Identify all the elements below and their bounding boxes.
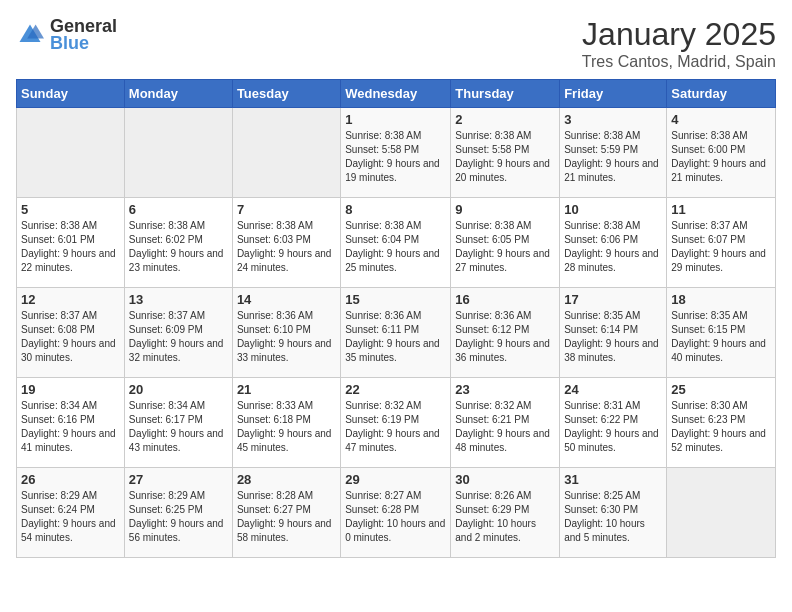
day-number: 19 — [21, 382, 120, 397]
table-row: 30Sunrise: 8:26 AMSunset: 6:29 PMDayligh… — [451, 468, 560, 558]
table-row: 20Sunrise: 8:34 AMSunset: 6:17 PMDayligh… — [124, 378, 232, 468]
table-row: 24Sunrise: 8:31 AMSunset: 6:22 PMDayligh… — [560, 378, 667, 468]
table-row: 10Sunrise: 8:38 AMSunset: 6:06 PMDayligh… — [560, 198, 667, 288]
calendar-week-row: 26Sunrise: 8:29 AMSunset: 6:24 PMDayligh… — [17, 468, 776, 558]
day-number: 17 — [564, 292, 662, 307]
day-info: Sunrise: 8:34 AMSunset: 6:16 PMDaylight:… — [21, 399, 120, 455]
day-number: 25 — [671, 382, 771, 397]
table-row: 13Sunrise: 8:37 AMSunset: 6:09 PMDayligh… — [124, 288, 232, 378]
header-monday: Monday — [124, 80, 232, 108]
table-row: 23Sunrise: 8:32 AMSunset: 6:21 PMDayligh… — [451, 378, 560, 468]
logo-icon — [16, 21, 44, 49]
calendar-week-row: 5Sunrise: 8:38 AMSunset: 6:01 PMDaylight… — [17, 198, 776, 288]
table-row: 3Sunrise: 8:38 AMSunset: 5:59 PMDaylight… — [560, 108, 667, 198]
table-row: 7Sunrise: 8:38 AMSunset: 6:03 PMDaylight… — [232, 198, 340, 288]
header-friday: Friday — [560, 80, 667, 108]
day-number: 20 — [129, 382, 228, 397]
day-number: 21 — [237, 382, 336, 397]
day-number: 12 — [21, 292, 120, 307]
day-number: 22 — [345, 382, 446, 397]
header-wednesday: Wednesday — [341, 80, 451, 108]
table-row — [667, 468, 776, 558]
day-info: Sunrise: 8:36 AMSunset: 6:10 PMDaylight:… — [237, 309, 336, 365]
day-info: Sunrise: 8:38 AMSunset: 5:58 PMDaylight:… — [345, 129, 446, 185]
day-info: Sunrise: 8:38 AMSunset: 6:04 PMDaylight:… — [345, 219, 446, 275]
day-info: Sunrise: 8:33 AMSunset: 6:18 PMDaylight:… — [237, 399, 336, 455]
table-row: 12Sunrise: 8:37 AMSunset: 6:08 PMDayligh… — [17, 288, 125, 378]
table-row: 17Sunrise: 8:35 AMSunset: 6:14 PMDayligh… — [560, 288, 667, 378]
table-row — [17, 108, 125, 198]
day-info: Sunrise: 8:37 AMSunset: 6:09 PMDaylight:… — [129, 309, 228, 365]
day-info: Sunrise: 8:32 AMSunset: 6:21 PMDaylight:… — [455, 399, 555, 455]
table-row: 29Sunrise: 8:27 AMSunset: 6:28 PMDayligh… — [341, 468, 451, 558]
title-block: January 2025 Tres Cantos, Madrid, Spain — [582, 16, 776, 71]
day-info: Sunrise: 8:36 AMSunset: 6:11 PMDaylight:… — [345, 309, 446, 365]
page-header: General Blue January 2025 Tres Cantos, M… — [16, 16, 776, 71]
table-row — [232, 108, 340, 198]
table-row: 22Sunrise: 8:32 AMSunset: 6:19 PMDayligh… — [341, 378, 451, 468]
day-number: 5 — [21, 202, 120, 217]
day-number: 27 — [129, 472, 228, 487]
table-row: 28Sunrise: 8:28 AMSunset: 6:27 PMDayligh… — [232, 468, 340, 558]
day-info: Sunrise: 8:25 AMSunset: 6:30 PMDaylight:… — [564, 489, 662, 545]
day-info: Sunrise: 8:30 AMSunset: 6:23 PMDaylight:… — [671, 399, 771, 455]
day-info: Sunrise: 8:38 AMSunset: 6:02 PMDaylight:… — [129, 219, 228, 275]
day-number: 14 — [237, 292, 336, 307]
table-row: 26Sunrise: 8:29 AMSunset: 6:24 PMDayligh… — [17, 468, 125, 558]
day-info: Sunrise: 8:36 AMSunset: 6:12 PMDaylight:… — [455, 309, 555, 365]
calendar-title: January 2025 — [582, 16, 776, 53]
day-info: Sunrise: 8:38 AMSunset: 6:00 PMDaylight:… — [671, 129, 771, 185]
day-info: Sunrise: 8:35 AMSunset: 6:14 PMDaylight:… — [564, 309, 662, 365]
day-number: 29 — [345, 472, 446, 487]
day-info: Sunrise: 8:29 AMSunset: 6:25 PMDaylight:… — [129, 489, 228, 545]
logo: General Blue — [16, 16, 117, 54]
day-number: 26 — [21, 472, 120, 487]
day-info: Sunrise: 8:38 AMSunset: 5:58 PMDaylight:… — [455, 129, 555, 185]
day-number: 24 — [564, 382, 662, 397]
day-number: 3 — [564, 112, 662, 127]
day-number: 28 — [237, 472, 336, 487]
header-sunday: Sunday — [17, 80, 125, 108]
day-number: 13 — [129, 292, 228, 307]
day-number: 6 — [129, 202, 228, 217]
table-row: 16Sunrise: 8:36 AMSunset: 6:12 PMDayligh… — [451, 288, 560, 378]
logo-text-blue: Blue — [50, 33, 117, 54]
day-number: 7 — [237, 202, 336, 217]
table-row: 27Sunrise: 8:29 AMSunset: 6:25 PMDayligh… — [124, 468, 232, 558]
table-row: 25Sunrise: 8:30 AMSunset: 6:23 PMDayligh… — [667, 378, 776, 468]
day-info: Sunrise: 8:29 AMSunset: 6:24 PMDaylight:… — [21, 489, 120, 545]
day-info: Sunrise: 8:38 AMSunset: 6:01 PMDaylight:… — [21, 219, 120, 275]
table-row: 11Sunrise: 8:37 AMSunset: 6:07 PMDayligh… — [667, 198, 776, 288]
calendar-table: Sunday Monday Tuesday Wednesday Thursday… — [16, 79, 776, 558]
day-number: 2 — [455, 112, 555, 127]
day-info: Sunrise: 8:37 AMSunset: 6:07 PMDaylight:… — [671, 219, 771, 275]
table-row: 14Sunrise: 8:36 AMSunset: 6:10 PMDayligh… — [232, 288, 340, 378]
table-row: 31Sunrise: 8:25 AMSunset: 6:30 PMDayligh… — [560, 468, 667, 558]
day-number: 15 — [345, 292, 446, 307]
day-info: Sunrise: 8:32 AMSunset: 6:19 PMDaylight:… — [345, 399, 446, 455]
table-row: 1Sunrise: 8:38 AMSunset: 5:58 PMDaylight… — [341, 108, 451, 198]
day-info: Sunrise: 8:28 AMSunset: 6:27 PMDaylight:… — [237, 489, 336, 545]
table-row: 2Sunrise: 8:38 AMSunset: 5:58 PMDaylight… — [451, 108, 560, 198]
header-saturday: Saturday — [667, 80, 776, 108]
table-row: 8Sunrise: 8:38 AMSunset: 6:04 PMDaylight… — [341, 198, 451, 288]
day-number: 1 — [345, 112, 446, 127]
table-row: 21Sunrise: 8:33 AMSunset: 6:18 PMDayligh… — [232, 378, 340, 468]
day-number: 4 — [671, 112, 771, 127]
day-info: Sunrise: 8:35 AMSunset: 6:15 PMDaylight:… — [671, 309, 771, 365]
calendar-week-row: 1Sunrise: 8:38 AMSunset: 5:58 PMDaylight… — [17, 108, 776, 198]
calendar-week-row: 19Sunrise: 8:34 AMSunset: 6:16 PMDayligh… — [17, 378, 776, 468]
day-number: 18 — [671, 292, 771, 307]
day-number: 11 — [671, 202, 771, 217]
day-number: 31 — [564, 472, 662, 487]
table-row — [124, 108, 232, 198]
day-number: 8 — [345, 202, 446, 217]
table-row: 9Sunrise: 8:38 AMSunset: 6:05 PMDaylight… — [451, 198, 560, 288]
calendar-header-row: Sunday Monday Tuesday Wednesday Thursday… — [17, 80, 776, 108]
day-info: Sunrise: 8:38 AMSunset: 5:59 PMDaylight:… — [564, 129, 662, 185]
day-number: 16 — [455, 292, 555, 307]
table-row: 18Sunrise: 8:35 AMSunset: 6:15 PMDayligh… — [667, 288, 776, 378]
table-row: 19Sunrise: 8:34 AMSunset: 6:16 PMDayligh… — [17, 378, 125, 468]
header-tuesday: Tuesday — [232, 80, 340, 108]
day-info: Sunrise: 8:31 AMSunset: 6:22 PMDaylight:… — [564, 399, 662, 455]
